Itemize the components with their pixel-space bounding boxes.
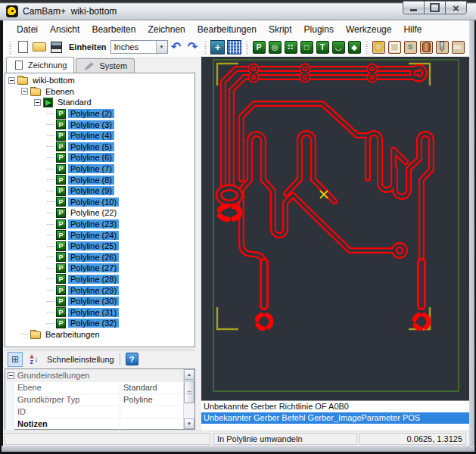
help-icon[interactable]: ? [126, 353, 138, 365]
tab-label: System [99, 61, 127, 70]
expand-icon[interactable] [21, 88, 28, 95]
toolbar-gripper [204, 40, 207, 54]
tree-item-label: Polyline (27) [68, 263, 119, 272]
tree-item-polyline-8[interactable]: PPolyline (8) [5, 174, 194, 185]
tree-item-polyline-32[interactable]: PPolyline (32) [5, 318, 194, 329]
units-value: Inches [111, 42, 156, 51]
undo-icon[interactable] [169, 39, 184, 55]
property-row-id[interactable]: ID [5, 406, 194, 418]
tree-item-polyline-10[interactable]: PPolyline (10) [5, 197, 194, 208]
menu-bearbeiten[interactable]: Bearbeiten [86, 23, 142, 36]
circle-icon[interactable]: ◎ [269, 41, 282, 54]
wrench-icon [84, 61, 95, 70]
scroll-down-icon[interactable]: ▼ [184, 418, 194, 429]
save-icon[interactable] [48, 39, 64, 55]
tree-item-wiki-bottom[interactable]: wiki-bottom [5, 75, 194, 86]
menu-hilfe[interactable]: Hilfe [397, 23, 428, 36]
status-message: In Polylinie umwandeln [213, 433, 357, 445]
minimize-button[interactable] [403, 1, 425, 14]
points-icon[interactable]: ∷ [285, 41, 297, 54]
lathe-icon[interactable] [420, 41, 433, 54]
tree-item-polyline-30[interactable]: PPolyline (30) [5, 296, 194, 307]
polyline-icon: P [56, 186, 66, 196]
tree-item-label: Bearbeitungen [43, 330, 102, 339]
drawing-canvas[interactable] [201, 57, 469, 400]
menu-skript[interactable]: Skript [263, 23, 298, 36]
expand-icon[interactable] [34, 99, 41, 106]
scrollbar-thumb[interactable] [184, 381, 194, 403]
tree-item-polyline-24[interactable]: PPolyline (24) [5, 229, 194, 241]
units-dropdown[interactable]: Inches [110, 40, 168, 54]
tree-item-polyline-29[interactable]: PPolyline (29) [5, 285, 194, 296]
menu-zeichnen[interactable]: Zeichnen [142, 23, 191, 36]
property-row-grundk-rper-typ[interactable]: Grundkörper TypPolyline [5, 393, 194, 406]
tree-item-polyline-31[interactable]: PPolyline (31) [5, 306, 194, 318]
maximize-button[interactable] [424, 1, 446, 14]
tree-item-polyline-6[interactable]: PPolyline (6) [5, 152, 194, 163]
tree-item-polyline-28[interactable]: PPolyline (28) [5, 274, 194, 285]
polyline-icon: P [56, 175, 66, 185]
property-category[interactable]: Grundeinstellungen [5, 369, 194, 381]
scroll-up-icon[interactable]: ▲ [184, 369, 194, 380]
categorize-icon[interactable]: ⊞ [8, 352, 23, 367]
collapse-icon[interactable] [8, 372, 14, 379]
property-row-ebene[interactable]: EbeneStandard [5, 381, 194, 393]
message-row[interactable]: Unbekannter Gerber Befehl Gerber_ImagePa… [201, 412, 469, 424]
polyline-icon[interactable]: P [253, 41, 266, 54]
menu-datei[interactable]: Datei [11, 23, 44, 36]
polyline-icon: P [56, 285, 66, 295]
tree-item-polyline-27[interactable]: PPolyline (27) [5, 263, 194, 274]
menu-ansicht[interactable]: Ansicht [44, 23, 86, 36]
tree-item-polyline-22[interactable]: PPolyline (22) [5, 207, 194, 219]
tree-item-polyline-9[interactable]: PPolyline (9) [5, 185, 194, 197]
tree-item-bearbeitungen[interactable]: Bearbeitungen [5, 329, 194, 340]
tree-item-polyline-25[interactable]: PPolyline (25) [5, 241, 194, 252]
open-icon[interactable] [32, 39, 47, 55]
tree-item-polyline-2[interactable]: PPolyline (2) [5, 108, 194, 120]
menu-werkzeuge[interactable]: Werkzeuge [340, 23, 397, 36]
gcode-icon[interactable]: nc [452, 41, 465, 54]
expand-icon[interactable] [8, 77, 15, 84]
tree-item-standard[interactable]: Standard [5, 97, 194, 108]
grid-icon[interactable] [227, 39, 242, 55]
tree-item-label: Polyline (29) [68, 286, 119, 295]
property-row-notizen[interactable]: Notizen [5, 418, 194, 430]
sort-alphabetical-icon[interactable]: AZ↓ [26, 352, 42, 367]
tree-item-polyline-4[interactable]: PPolyline (4) [5, 130, 194, 141]
tree-item-polyline-3[interactable]: PPolyline (3) [5, 119, 194, 130]
panel-tabs: Zeichnung System [6, 57, 136, 73]
pocket-icon[interactable] [388, 41, 401, 54]
menu-bar: DateiAnsichtBearbeitenZeichnenBearbeitun… [3, 22, 469, 37]
tab-zeichnung[interactable]: Zeichnung [6, 57, 74, 73]
tree-connector [47, 268, 54, 269]
menu-bearbeitungen[interactable]: Bearbeitungen [191, 23, 263, 36]
tree-item-ebenen[interactable]: Ebenen [5, 86, 194, 98]
tree-connector [47, 169, 54, 169]
tab-system[interactable]: System [76, 58, 135, 73]
tree-connector [47, 278, 54, 279]
arc-icon[interactable]: ◡ [332, 41, 345, 54]
property-name: Ebene [14, 382, 120, 393]
drill-icon[interactable] [372, 41, 385, 54]
message-row[interactable]: Unbekannte Gerber Richtlinie OF A0B0 [201, 401, 469, 412]
profile-icon[interactable]: S [404, 41, 417, 54]
right-panel: Unbekannte Gerber Richtlinie OF A0B0Unbe… [201, 57, 469, 431]
tree-item-polyline-26[interactable]: PPolyline (26) [5, 252, 194, 263]
engrave-icon[interactable] [436, 41, 449, 54]
text-icon[interactable]: T [316, 41, 329, 54]
tree-item-polyline-5[interactable]: PPolyline (5) [5, 141, 194, 153]
polyline-icon: P [56, 241, 66, 251]
surface-icon[interactable]: ◆ [348, 41, 361, 54]
draw-toolbar-group: P◎∷□T◡◆ [251, 41, 362, 54]
tree-item-polyline-23[interactable]: PPolyline (23) [5, 219, 194, 230]
close-button[interactable] [445, 1, 467, 14]
new-icon[interactable] [15, 39, 30, 55]
toolbar-gripper [9, 40, 11, 54]
snap-icon[interactable] [210, 39, 226, 55]
tree-item-polyline-7[interactable]: PPolyline (7) [5, 163, 194, 175]
rectangle-icon[interactable]: □ [300, 41, 313, 54]
tree-item-label: Polyline (23) [68, 219, 119, 229]
menu-plugins[interactable]: Plugins [298, 23, 340, 36]
redo-icon[interactable] [185, 39, 201, 55]
tree-item-label: Polyline (9) [68, 186, 114, 195]
